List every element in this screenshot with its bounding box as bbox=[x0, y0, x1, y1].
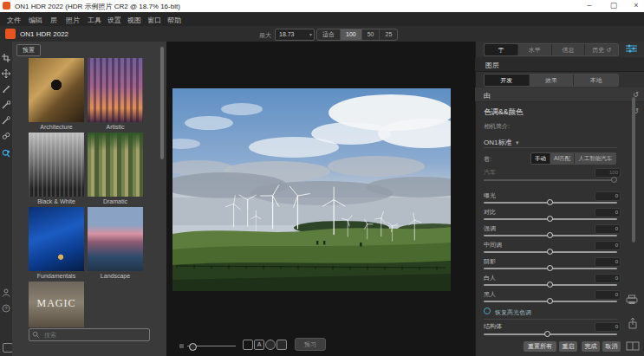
whites-slider-handle[interactable] bbox=[547, 282, 553, 288]
thumbnail-zoom-slider-handle[interactable] bbox=[189, 343, 197, 351]
show-mask-icon[interactable] bbox=[276, 340, 287, 350]
clipping-view-icon[interactable] bbox=[265, 340, 276, 350]
zoom-value-dropdown[interactable]: 18.73 ▾ bbox=[275, 29, 315, 41]
tab-info[interactable]: 信息 bbox=[552, 44, 586, 55]
done-button[interactable]: 完成 bbox=[582, 341, 600, 352]
preset-thumbnail-landscape[interactable] bbox=[88, 207, 143, 271]
preset-item[interactable]: Architecture bbox=[29, 58, 84, 130]
print-icon[interactable] bbox=[625, 295, 639, 305]
compare-view-icon[interactable] bbox=[243, 340, 253, 350]
tab-histogram[interactable]: 水平 bbox=[518, 44, 552, 55]
tone-ai-auto-button[interactable]: 人工智能汽车 bbox=[575, 153, 615, 164]
chevron-down-icon: ▾ bbox=[516, 139, 519, 146]
minimize-button[interactable]: – bbox=[582, 0, 596, 11]
tab-local[interactable]: 本地 bbox=[574, 74, 618, 86]
blacks-slider-handle[interactable] bbox=[547, 298, 553, 304]
tab-effects[interactable]: 效果 bbox=[530, 74, 575, 86]
window-title: ON1 HDR 2022 (HDR 示例照片 CR2 @ 18.7% 16-bi… bbox=[15, 2, 180, 11]
close-button[interactable]: × bbox=[629, 0, 643, 11]
blacks-label: 黑人 bbox=[484, 290, 496, 299]
on1-logo-icon bbox=[3, 2, 10, 10]
preview-button[interactable]: 预习 bbox=[295, 338, 326, 351]
menu-item-photo[interactable]: 照片 bbox=[66, 16, 80, 25]
whites-slider[interactable] bbox=[484, 284, 617, 286]
perfect-eraser-tool-icon[interactable] bbox=[2, 116, 10, 125]
preset-item[interactable]: Artistic bbox=[88, 58, 143, 130]
presets-button[interactable]: 预置 bbox=[16, 44, 41, 56]
preset-item[interactable]: Black & White bbox=[29, 133, 84, 204]
paint-brush-tool-icon[interactable] bbox=[2, 85, 10, 94]
structure-slider-handle[interactable] bbox=[544, 331, 550, 337]
adjustments-icon[interactable] bbox=[626, 44, 637, 53]
preset-item[interactable]: Dramatic bbox=[88, 133, 143, 204]
maximize-button[interactable]: ▢ bbox=[607, 0, 621, 11]
preset-item[interactable]: MAGIC bbox=[29, 282, 84, 327]
menu-item-edit[interactable]: 编辑 bbox=[29, 16, 42, 25]
zoom-100-button[interactable]: 100 bbox=[341, 29, 362, 40]
refine-mask-tool-icon[interactable] bbox=[2, 132, 10, 140]
tone-manual-button[interactable]: 手动 bbox=[531, 153, 550, 164]
help-icon[interactable]: ? bbox=[2, 304, 10, 313]
preset-thumbnail-dramatic[interactable] bbox=[88, 133, 143, 197]
zoom-50-button[interactable]: 50 bbox=[362, 29, 381, 40]
tab-layers[interactable]: 于 bbox=[485, 44, 518, 55]
preset-item[interactable]: Landscape bbox=[88, 207, 143, 279]
menu-item-layer[interactable]: 层 bbox=[50, 16, 57, 25]
midtones-slider-handle[interactable] bbox=[547, 249, 553, 255]
fit-button[interactable]: 适合 bbox=[317, 29, 341, 40]
menu-item-settings[interactable]: 设置 bbox=[107, 16, 121, 25]
preset-search-input[interactable] bbox=[42, 331, 141, 339]
view-zoom-tool-icon[interactable] bbox=[2, 149, 10, 158]
shadows-label: 阴影 bbox=[484, 257, 496, 266]
chevron-down-icon: ▾ bbox=[309, 29, 312, 40]
menu-item-view[interactable]: 视图 bbox=[127, 16, 141, 25]
highlights-slider[interactable] bbox=[484, 235, 617, 236]
zoom-out-icon[interactable] bbox=[179, 344, 184, 348]
exposure-slider-handle[interactable] bbox=[547, 199, 553, 205]
midtones-slider[interactable] bbox=[484, 251, 617, 253]
exposure-slider[interactable] bbox=[484, 202, 617, 204]
tone-color-header[interactable]: 色调&&颜色 ↺ bbox=[475, 104, 644, 118]
preset-thumbnail-fundamentals[interactable] bbox=[29, 207, 84, 271]
recover-highlights-label: 恢复高光色调 bbox=[495, 308, 531, 317]
preset-thumbnail-architecture[interactable] bbox=[29, 58, 84, 122]
pane-header[interactable]: 由 ↺ bbox=[475, 87, 644, 102]
move-tool-icon[interactable] bbox=[2, 69, 10, 78]
user-account-icon[interactable] bbox=[2, 288, 10, 297]
split-view-icon[interactable] bbox=[626, 341, 640, 351]
recover-highlights-radio[interactable] bbox=[484, 307, 491, 314]
preset-search-box[interactable] bbox=[29, 328, 150, 341]
shadows-slider[interactable] bbox=[484, 268, 617, 269]
menu-item-tools[interactable]: 工具 bbox=[88, 16, 101, 25]
preset-thumbnail-artistic[interactable] bbox=[88, 58, 143, 122]
crop-tool-icon[interactable] bbox=[2, 54, 10, 62]
highlights-slider-handle[interactable] bbox=[547, 232, 553, 238]
tone-ai-match-button[interactable]: AI匹配 bbox=[550, 153, 575, 164]
preset-item[interactable]: Fundamentals bbox=[29, 207, 84, 279]
preset-thumbnail-black-white[interactable] bbox=[29, 133, 84, 197]
auto-slider-label: 汽车 bbox=[484, 168, 496, 177]
structure-slider[interactable] bbox=[484, 333, 617, 335]
preset-thumbnail-magic[interactable]: MAGIC bbox=[29, 282, 84, 327]
export-icon[interactable] bbox=[628, 317, 638, 329]
right-panel-scrollbar[interactable] bbox=[632, 97, 635, 243]
reset-button[interactable]: 重启 bbox=[559, 341, 577, 352]
presets-scrollbar[interactable] bbox=[160, 47, 164, 159]
photo-wind-turbines[interactable] bbox=[172, 88, 451, 291]
masking-brush-tool-icon[interactable] bbox=[2, 100, 10, 109]
tab-history[interactable]: 历史 ↺ bbox=[585, 44, 618, 55]
layers-section-bar[interactable]: 图层 bbox=[475, 57, 644, 72]
shadows-slider-handle[interactable] bbox=[547, 265, 553, 271]
tab-develop[interactable]: 开发 bbox=[485, 74, 530, 86]
zoom-25-button[interactable]: 25 bbox=[380, 29, 397, 40]
camera-profile-dropdown[interactable]: ON1标准 ▾ bbox=[484, 133, 518, 148]
contrast-slider-handle[interactable] bbox=[547, 216, 553, 222]
focus-mask-icon[interactable]: A bbox=[254, 340, 264, 350]
menu-item-file[interactable]: 文件 bbox=[7, 16, 21, 25]
menu-item-help[interactable]: 帮助 bbox=[167, 16, 181, 25]
menu-item-window[interactable]: 窗口 bbox=[147, 16, 161, 25]
blacks-slider[interactable] bbox=[484, 301, 617, 302]
contrast-slider[interactable] bbox=[484, 218, 617, 220]
reset-all-button[interactable]: 重置所有 bbox=[524, 341, 556, 352]
cancel-button[interactable]: 取消 bbox=[602, 341, 621, 352]
